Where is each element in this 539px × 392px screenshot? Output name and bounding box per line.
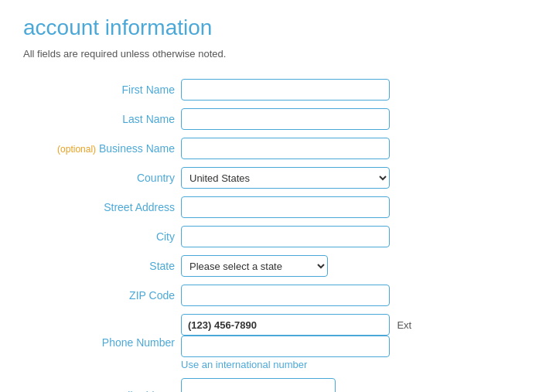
zip-code-label: ZIP Code [129,289,175,302]
state-select[interactable]: Please select a state Alabama Alaska Ari… [181,255,328,277]
page-title: account information [23,15,516,40]
email-input[interactable] [181,378,336,392]
last-name-row: Last Name [23,104,516,134]
business-name-row: (optional) Business Name [23,134,516,163]
page-subtitle: All fields are required unless otherwise… [23,48,516,60]
international-number-link[interactable]: Use an international number [181,359,513,370]
street-address-label: Street Address [104,201,175,213]
country-row: Country United States Canada United King… [23,163,516,193]
ext-input[interactable] [181,336,390,357]
street-address-row: Street Address [23,193,516,222]
first-name-input[interactable] [181,79,390,101]
first-name-row: First Name [23,75,516,104]
optional-tag: (optional) [57,144,96,155]
zip-code-input[interactable] [181,285,390,306]
account-form: First Name Last Name (optional) Business… [23,75,516,392]
state-row: State Please select a state Alabama Alas… [23,251,516,281]
street-address-input[interactable] [181,196,390,218]
phone-number-row: Phone Number (123) 456-7890 Ext Use an i… [23,310,516,374]
phone-number-label: Phone Number [102,336,175,349]
city-input[interactable] [181,226,390,247]
city-label: City [156,230,175,243]
ext-label: Ext [397,319,411,331]
country-label: Country [137,172,175,184]
zip-code-row: ZIP Code [23,281,516,310]
email-row: *Email Address *Your receipt will be sen… [23,374,516,392]
first-name-label: First Name [122,84,175,96]
last-name-label: Last Name [122,113,175,125]
last-name-input[interactable] [181,108,390,130]
city-row: City [23,222,516,251]
country-select[interactable]: United States Canada United Kingdom Aust… [181,167,390,189]
phone-number-input[interactable]: (123) 456-7890 [181,314,390,336]
business-name-input[interactable] [181,138,390,159]
state-label: State [149,260,175,272]
business-name-label: Business Name [99,142,175,155]
